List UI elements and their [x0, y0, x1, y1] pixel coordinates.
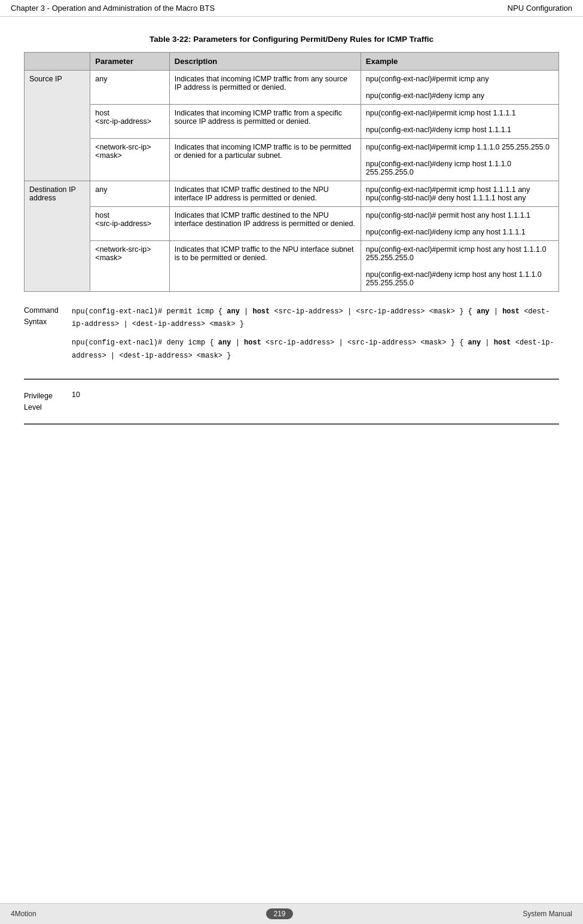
table-row: <network-src-ip> <mask> Indicates that I… [25, 241, 559, 292]
table-header-row: Parameter Description Example [25, 53, 559, 71]
cmd-deny-any2: any [468, 339, 481, 347]
privilege-level-label: PrivilegeLevel [24, 391, 72, 413]
example-any-dst: npu(config-ext-nacl)#permit icmp host 1.… [361, 181, 558, 207]
table-row: host<src-ip-address> Indicates that ICMP… [25, 207, 559, 241]
cmd-permit-any2: any [477, 307, 490, 316]
example-network-dst: npu(config-ext-nacl)#permit icmp host an… [361, 241, 558, 292]
cmd-deny-pipe2: | [481, 339, 494, 347]
param-any-dst: any [90, 181, 169, 207]
col-header-description: Description [169, 53, 361, 71]
cmd-deny-host2: host [494, 339, 511, 347]
footer-right: System Manual [523, 910, 572, 918]
col-header-parameter: Parameter [90, 53, 169, 71]
header-left: Chapter 3 - Operation and Administration… [11, 4, 215, 13]
cmd-deny-rest1: <src-ip-address> | <src-ip-address> <mas… [261, 339, 468, 347]
table-row: Source IP any Indicates that incoming IC… [25, 71, 559, 105]
cmd-deny-pipe1: | [231, 339, 244, 347]
table-row: <network-src-ip> <mask> Indicates that i… [25, 139, 559, 181]
desc-network-dst: Indicates that ICMP traffic to the NPU i… [169, 241, 361, 292]
cmd-permit-pipe2: | [490, 307, 503, 316]
command-syntax-content: npu(config-ext-nacl)# permit icmp { any … [72, 305, 559, 368]
cmd-deny-host1: host [244, 339, 261, 347]
footer-page-number: 219 [266, 908, 292, 919]
desc-any-dst: Indicates that ICMP traffic destined to … [169, 181, 361, 207]
desc-host-src: Indicates that incoming ICMP traffic fro… [169, 105, 361, 139]
col-header-empty [25, 53, 90, 71]
cmd-permit-pipe1: | [240, 307, 253, 316]
footer-left: 4Motion [11, 910, 36, 918]
table-row: Destination IP address any Indicates tha… [25, 181, 559, 207]
header-right: NPU Configuration [508, 4, 572, 13]
example-host-src: npu(config-ext-nacl)#permit icmp host 1.… [361, 105, 558, 139]
param-any-src: any [90, 71, 169, 105]
cmd-line-1: npu(config-ext-nacl)# permit icmp { any … [72, 305, 559, 330]
desc-any-src: Indicates that incoming ICMP traffic fro… [169, 71, 361, 105]
cmd-permit-any1: any [227, 307, 240, 316]
desc-network-src: Indicates that incoming ICMP traffic is … [169, 139, 361, 181]
cmd-permit-rest1: <src-ip-address> | <src-ip-address> <mas… [270, 307, 477, 316]
cmd-deny-any1: any [218, 339, 231, 347]
example-host-dst: npu(config-std-nacl)# permit host any ho… [361, 207, 558, 241]
table-title: Table 3-22: Parameters for Configuring P… [24, 35, 559, 44]
param-network-dst: <network-src-ip> <mask> [90, 241, 169, 292]
privilege-level-section: PrivilegeLevel 10 [24, 391, 559, 425]
param-network-src: <network-src-ip> <mask> [90, 139, 169, 181]
example-network-src: npu(config-ext-nacl)#permit icmp 1.1.1.0… [361, 139, 558, 181]
cmd-line-2: npu(config-ext-nacl)# deny icmp { any | … [72, 336, 559, 361]
command-syntax-label: CommandSyntax [24, 305, 72, 368]
cmd-permit-host1: host [252, 307, 270, 316]
param-host-dst: host<src-ip-address> [90, 207, 169, 241]
main-content: Table 3-22: Parameters for Configuring P… [0, 17, 583, 443]
desc-host-dst: Indicates that ICMP traffic destined to … [169, 207, 361, 241]
parameters-table: Parameter Description Example Source IP … [24, 52, 559, 292]
param-host-src: host<src-ip-address> [90, 105, 169, 139]
destination-ip-label: Destination IP address [25, 181, 90, 292]
command-syntax-section: CommandSyntax npu(config-ext-nacl)# perm… [24, 305, 559, 380]
col-header-example: Example [361, 53, 558, 71]
page-header: Chapter 3 - Operation and Administration… [0, 0, 583, 17]
cmd-deny-prefix: npu(config-ext-nacl)# deny icmp { [72, 339, 218, 347]
cmd-permit-host2: host [502, 307, 520, 316]
page-footer: 4Motion 219 System Manual [0, 903, 583, 924]
privilege-level-value: 10 [72, 391, 80, 413]
example-any-src: npu(config-ext-nacl)#permit icmp anynpu(… [361, 71, 558, 105]
source-ip-label: Source IP [25, 71, 90, 181]
cmd-permit-prefix: npu(config-ext-nacl)# permit icmp { [72, 307, 227, 316]
table-row: host<src-ip-address> Indicates that inco… [25, 105, 559, 139]
